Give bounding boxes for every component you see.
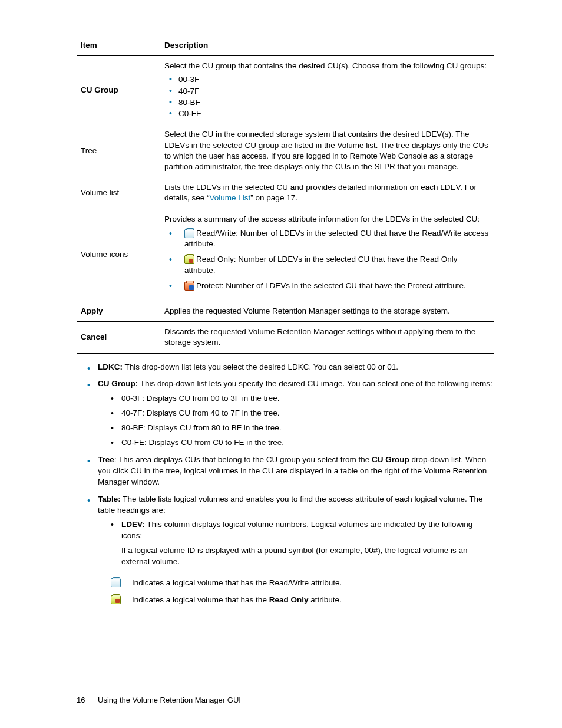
page-number: 16 (77, 696, 85, 704)
row-item: Cancel (77, 322, 163, 353)
volume-list-link[interactable]: Volume List (210, 193, 251, 202)
cu-group-sublist: 00-3F: Displays CU from 00 to 3F in the … (111, 393, 494, 449)
col-header-item: Item (77, 35, 163, 56)
list-item: Read/Write: Number of LDEVs in the selec… (169, 228, 489, 249)
definitions-table: Item Description CU Group Select the CU … (77, 35, 494, 354)
readonly-icon (111, 595, 121, 604)
legend-row-ro: Indicates a logical volume that has the … (111, 595, 494, 604)
row-item: Volume list (77, 177, 163, 209)
t: attribute. (308, 595, 341, 604)
list-item-tree: Tree: This area displays CUs that belong… (87, 454, 494, 488)
item-text: : This area displays CUs that belong to … (114, 455, 372, 464)
list-item: Read Only: Number of LDEVs in the select… (169, 254, 489, 275)
cu-group-options: 00-3F 40-7F 80-BF C0-FE (169, 74, 489, 119)
list-item: 00-3F: Displays CU from 00 to 3F in the … (111, 393, 494, 404)
row-desc: Applies the requested Volume Retention M… (162, 301, 494, 321)
item-text: This drop-down list lets you select the … (123, 363, 398, 371)
legend-row-rw: Indicates a logical volume that has the … (111, 578, 494, 587)
readwrite-icon (184, 229, 194, 238)
table-row: Volume icons Provides a summary of the a… (77, 209, 494, 301)
list-item: Protect: Number of LDEVs in the selected… (169, 281, 489, 291)
list-item: 80-BF (169, 97, 489, 108)
item-text-bold: CU Group (372, 455, 409, 464)
readwrite-icon (111, 578, 121, 587)
table-row: Apply Applies the requested Volume Reten… (77, 301, 494, 321)
item-label: LDEV: (121, 520, 145, 529)
legend-text: Indicates a logical volume that has the … (132, 595, 342, 604)
item-label: CU Group: (98, 379, 138, 388)
body-list: LDKC: This drop-down list lets you selec… (87, 362, 494, 568)
list-item-ldev: LDEV: This column displays logical volum… (111, 519, 494, 568)
row-item: Apply (77, 301, 163, 321)
item-text: This drop-down list lets you specify the… (138, 379, 492, 388)
section-title: Using the Volume Retention Manager GUI (98, 696, 241, 704)
row-item: Tree (77, 124, 163, 177)
row-desc: Provides a summary of the access attribu… (162, 209, 494, 301)
readonly-icon (184, 255, 194, 264)
ldev-note: If a logical volume ID is displayed with… (121, 545, 494, 568)
icon-text: Protect: Number of LDEVs in the selected… (196, 281, 466, 290)
table-header-row: Item Description (77, 35, 494, 56)
desc-text: Provides a summary of the access attribu… (164, 215, 480, 223)
row-desc: Select the CU group that contains the de… (162, 56, 494, 124)
list-item-cu-group: CU Group: This drop-down list lets you s… (87, 378, 494, 448)
table-row: Tree Select the CU in the connected stor… (77, 124, 494, 177)
document-page: Item Description CU Group Select the CU … (0, 0, 562, 728)
table-row: Volume list Lists the LDEVs in the selec… (77, 177, 494, 209)
row-desc: Select the CU in the connected storage s… (162, 124, 494, 177)
row-item: CU Group (77, 56, 163, 124)
item-label: Tree (98, 455, 114, 464)
list-item: C0-FE: Displays CU from C0 to FE in the … (111, 437, 494, 449)
desc-text: ” on page 17. (250, 193, 297, 202)
list-item: 00-3F (169, 74, 489, 85)
list-item-table: Table: The table lists logical volumes a… (87, 494, 494, 568)
icon-text: Read Only: Number of LDEVs in the select… (184, 255, 457, 274)
t: Indicates a logical volume that has the (132, 595, 269, 604)
item-label: Table: (98, 495, 121, 503)
item-label: LDKC: (98, 363, 123, 371)
icon-legend: Indicates a logical volume that has the … (111, 578, 494, 604)
legend-text: Indicates a logical volume that has the … (132, 578, 342, 587)
icon-text: Read/Write: Number of LDEVs in the selec… (184, 229, 488, 248)
row-desc: Discards the requested Volume Retention … (162, 322, 494, 353)
desc-text: Select the CU group that contains the de… (164, 61, 487, 70)
table-row: Cancel Discards the requested Volume Ret… (77, 322, 494, 353)
col-header-description: Description (162, 35, 494, 56)
volume-icon-list: Read/Write: Number of LDEVs in the selec… (169, 228, 489, 291)
list-item: 80-BF: Displays CU from 80 to BF in the … (111, 423, 494, 434)
t: Read Only (269, 595, 309, 604)
row-desc: Lists the LDEVs in the selected CU and p… (162, 177, 494, 209)
table-sublist: LDEV: This column displays logical volum… (111, 519, 494, 568)
list-item: 40-7F: Displays CU from 40 to 7F in the … (111, 408, 494, 419)
protect-icon (184, 282, 194, 291)
row-item: Volume icons (77, 209, 163, 301)
page-footer: 16 Using the Volume Retention Manager GU… (77, 696, 241, 704)
item-text: The table lists logical volumes and enab… (98, 495, 483, 515)
table-row: CU Group Select the CU group that contai… (77, 56, 494, 124)
item-text: This column displays logical volume numb… (121, 520, 472, 540)
list-item-ldkc: LDKC: This drop-down list lets you selec… (87, 362, 494, 373)
list-item: C0-FE (169, 108, 489, 119)
list-item: 40-7F (169, 85, 489, 97)
